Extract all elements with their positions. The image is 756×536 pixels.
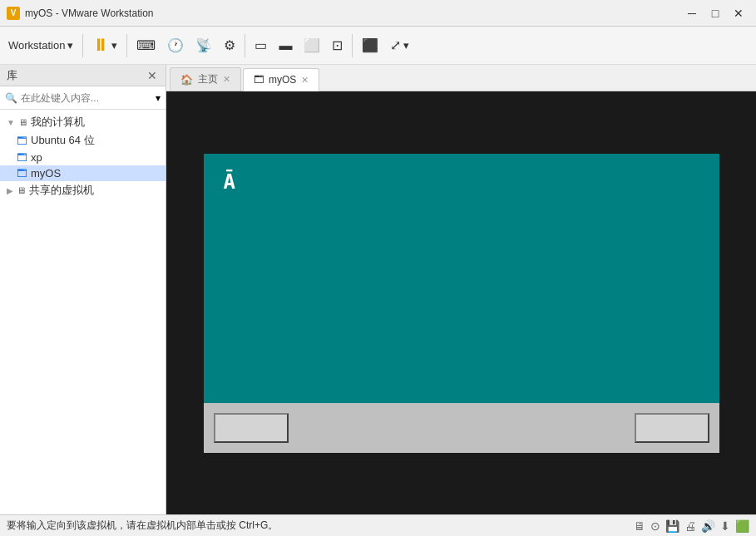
tab-myos[interactable]: 🗔 myOS ✕ xyxy=(243,68,319,91)
tree-item-my-computer[interactable]: ▼ 🖥 我的计算机 xyxy=(0,113,166,131)
pause-dropdown-icon: ▾ xyxy=(111,39,117,52)
view-stretch-button[interactable]: ⬜ xyxy=(299,31,325,61)
view-icon-2: ▬ xyxy=(279,38,292,53)
status-icon-1[interactable]: 🖥 xyxy=(634,519,645,533)
pause-button[interactable]: ⏸ ▾ xyxy=(87,31,122,61)
tree-item-ubuntu[interactable]: 🗔 Ubuntu 64 位 xyxy=(0,131,166,150)
tree-item-xp[interactable]: 🗔 xp xyxy=(0,150,166,165)
shared-icon: 🖥 xyxy=(17,185,26,195)
view-single-button[interactable]: ▬ xyxy=(274,31,297,61)
vm-icon-ubuntu: 🗔 xyxy=(17,135,27,147)
vm-cursor-char: Ā xyxy=(224,170,235,194)
status-icon-5[interactable]: 🔊 xyxy=(701,519,715,533)
tree-item-myos[interactable]: 🗔 myOS xyxy=(0,165,166,181)
status-icons: 🖥 ⊙ 💾 🖨 🔊 ⬇ 🟩 xyxy=(634,519,749,533)
status-icon-4[interactable]: 🖨 xyxy=(684,519,696,533)
snapshot-icon: 🕐 xyxy=(167,37,184,53)
workstation-menu-button[interactable]: Workstation ▾ xyxy=(3,31,78,61)
myos-label: myOS xyxy=(31,167,61,179)
status-bar: 要将输入定向到该虚拟机，请在虚拟机内部单击或按 Ctrl+G。 🖥 ⊙ 💾 🖨 … xyxy=(0,514,756,536)
vm-icon-myos: 🗔 xyxy=(17,167,27,179)
right-panel: 🏠 主页 ✕ 🗔 myOS ✕ Ā xyxy=(166,65,756,514)
myos-tab-close[interactable]: ✕ xyxy=(301,75,309,86)
vm-button-right[interactable] xyxy=(635,413,709,443)
main-area: 库 ✕ 🔍 ▾ ▼ 🖥 我的计算机 🗔 Ubuntu 64 位 🗔 xp � xyxy=(0,65,756,514)
vm-content: Ā xyxy=(204,154,719,403)
library-panel: 库 ✕ 🔍 ▾ ▼ 🖥 我的计算机 🗔 Ubuntu 64 位 🗔 xp � xyxy=(0,65,166,514)
shared-expand-icon: ▶ xyxy=(7,186,13,195)
app-icon: V xyxy=(7,7,20,20)
myos-tab-label: myOS xyxy=(269,74,296,86)
ubuntu-label: Ubuntu 64 位 xyxy=(31,133,95,148)
fullscreen-dropdown-icon: ▾ xyxy=(403,39,409,52)
library-title: 库 xyxy=(7,68,17,83)
status-icon-6[interactable]: ⬇ xyxy=(720,519,730,533)
view-icon-1: ▭ xyxy=(254,37,267,53)
tab-home[interactable]: 🏠 主页 ✕ xyxy=(170,67,241,91)
home-tab-icon: 🏠 xyxy=(180,74,193,86)
status-icon-7[interactable]: 🟩 xyxy=(735,519,749,533)
vm-screen: Ā xyxy=(187,137,736,470)
search-dropdown-icon[interactable]: ▾ xyxy=(156,92,161,104)
suspend-button[interactable]: 📡 xyxy=(190,31,217,61)
view-auto-button[interactable]: ⊡ xyxy=(327,31,348,61)
vm-icon-xp: 🗔 xyxy=(17,151,27,164)
workstation-label: Workstation xyxy=(8,39,65,52)
library-tree: ▼ 🖥 我的计算机 🗔 Ubuntu 64 位 🗔 xp 🗔 myOS ▶ 🖥 … xyxy=(0,110,166,514)
computer-icon: 🖥 xyxy=(18,117,27,127)
myos-tab-icon: 🗔 xyxy=(254,74,264,86)
toolbar: Workstation ▾ ⏸ ▾ ⌨ 🕐 📡 ⚙ ▭ ▬ ⬜ ⊡ ⬛ ⤢ ▾ xyxy=(0,27,756,65)
vm-bottom-bar xyxy=(204,403,719,453)
vm-display-area[interactable]: Ā xyxy=(166,91,756,514)
view-icon-4: ⊡ xyxy=(332,37,343,53)
shared-label: 共享的虚拟机 xyxy=(29,183,94,198)
maximize-button[interactable]: □ xyxy=(704,5,726,22)
minimize-button[interactable]: ─ xyxy=(681,5,703,22)
home-tab-label: 主页 xyxy=(198,72,218,86)
search-icon: 🔍 xyxy=(5,92,17,104)
settings-icon: ⚙ xyxy=(224,37,235,53)
view-icon-3: ⬜ xyxy=(304,37,320,53)
toolbar-separator-2 xyxy=(126,34,127,57)
status-icon-2[interactable]: ⊙ xyxy=(650,519,660,533)
window-title: myOS - VMware Workstation xyxy=(25,7,153,19)
tree-item-shared[interactable]: ▶ 🖥 共享的虚拟机 xyxy=(0,181,166,199)
library-search-bar: 🔍 ▾ xyxy=(0,86,166,110)
ctrl-alt-del-icon: ⌨ xyxy=(136,37,156,53)
status-message: 要将输入定向到该虚拟机，请在虚拟机内部单击或按 Ctrl+G。 xyxy=(7,519,634,533)
title-bar: V myOS - VMware Workstation ─ □ ✕ xyxy=(0,0,756,27)
vm-button-left[interactable] xyxy=(214,413,289,443)
title-bar-left: V myOS - VMware Workstation xyxy=(7,7,153,20)
fullscreen-button[interactable]: ⤢ ▾ xyxy=(385,31,414,61)
status-icon-3[interactable]: 💾 xyxy=(665,519,679,533)
home-tab-close[interactable]: ✕ xyxy=(223,74,230,85)
console-icon: ⬛ xyxy=(362,37,378,53)
xp-label: xp xyxy=(31,151,42,164)
suspend-icon: 📡 xyxy=(195,37,212,53)
library-close-button[interactable]: ✕ xyxy=(146,69,159,82)
view-full-button[interactable]: ▭ xyxy=(250,31,272,61)
workstation-dropdown-icon: ▾ xyxy=(67,39,73,52)
close-button[interactable]: ✕ xyxy=(728,5,749,22)
pause-icon: ⏸ xyxy=(92,36,109,55)
my-computer-label: 我的计算机 xyxy=(31,115,85,130)
library-header: 库 ✕ xyxy=(0,65,166,86)
search-input[interactable] xyxy=(21,92,152,104)
expand-icon: ▼ xyxy=(7,118,15,127)
snapshot-button[interactable]: 🕐 xyxy=(162,31,189,61)
send-ctrl-alt-del-button[interactable]: ⌨ xyxy=(131,31,161,61)
toolbar-separator-1 xyxy=(82,34,83,57)
tab-bar: 🏠 主页 ✕ 🗔 myOS ✕ xyxy=(166,65,756,91)
toolbar-separator-3 xyxy=(245,34,245,57)
title-bar-controls: ─ □ ✕ xyxy=(681,5,749,22)
vm-inner: Ā xyxy=(204,154,719,453)
console-button[interactable]: ⬛ xyxy=(357,31,383,61)
fullscreen-icon: ⤢ xyxy=(390,37,401,53)
toolbar-separator-4 xyxy=(352,34,353,57)
settings-button[interactable]: ⚙ xyxy=(219,31,240,61)
